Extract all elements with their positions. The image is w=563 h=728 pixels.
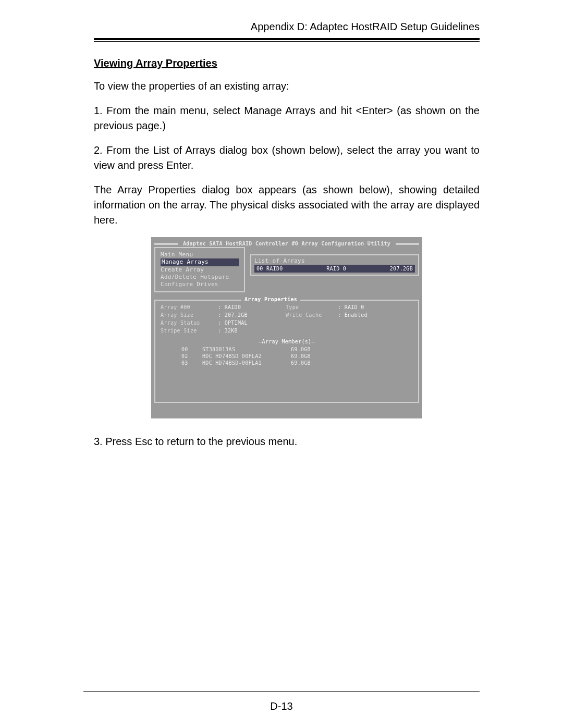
menu-item-manage-arrays[interactable]: Manage Arrays: [161, 258, 239, 266]
member-model: ST380013AS: [202, 346, 291, 353]
menu-item-hotspare[interactable]: Add/Delete Hotspare: [161, 274, 229, 280]
title-line-left: [154, 243, 178, 245]
bios-window: Adaptec SATA HostRAID Controller #0 Arra…: [151, 237, 422, 418]
page-number: D-13: [0, 700, 563, 712]
menu-item-create-array[interactable]: Create Array: [161, 266, 204, 273]
bios-screenshot: Adaptec SATA HostRAID Controller #0 Arra…: [151, 237, 422, 418]
prop-status-value: : OPTIMAL: [218, 319, 286, 326]
paragraph-desc: The Array Properties dialog box appears …: [94, 182, 480, 228]
prop-arraynum-label: Array #00: [161, 304, 218, 311]
prop-cache-value: : Enabled: [338, 312, 380, 318]
prop-blank1: [286, 319, 338, 326]
list-of-arrays-caption: List of Arrays: [254, 257, 305, 264]
properties-grid: Array #00 : RAID0 Type : RAID 0 Array Si…: [161, 304, 413, 334]
array-row-id: 00 RAID0: [256, 265, 283, 272]
array-list-row[interactable]: 00 RAID0 RAID 0 207.2GB: [254, 265, 415, 273]
section-heading: Viewing Array Properties: [94, 57, 480, 69]
prop-status-label: Array Status: [161, 319, 218, 326]
array-properties-panel: Array Properties Array #00 : RAID0 Type …: [154, 300, 419, 403]
member-model: HDC HD74BSD-00FLA1: [202, 360, 291, 366]
prop-size-label: Array Size: [161, 312, 218, 318]
running-header: Appendix D: Adaptec HostRAID Setup Guide…: [94, 21, 480, 38]
bios-title: Adaptec SATA HostRAID Controller #0 Arra…: [181, 240, 393, 247]
prop-size-value: : 207.2GB: [218, 312, 286, 318]
member-slot: 00: [181, 346, 202, 353]
paragraph-intro: To view the properties of an existing ar…: [94, 79, 480, 94]
member-row: 02 HDC HD74BSD 00FLA2 69.0GB: [181, 353, 413, 360]
member-size: 69.0GB: [291, 346, 327, 353]
header-rule: [94, 38, 480, 42]
member-model: HDC HD74BSD 00FLA2: [202, 353, 291, 360]
member-size: 69.0GB: [291, 353, 327, 360]
main-menu-panel: Main Menu Manage Arrays Create Array Add…: [154, 247, 245, 292]
prop-stripe-label: Stripe Size: [161, 327, 218, 334]
member-slot: 03: [181, 360, 202, 366]
footer-rule: [83, 691, 480, 692]
paragraph-step3: 3. Press Esc to return to the previous m…: [94, 434, 480, 449]
member-size: 69.0GB: [291, 360, 327, 366]
member-row: 00 ST380013AS 69.0GB: [181, 346, 413, 353]
array-row-size: 207.2GB: [390, 265, 413, 272]
array-members-list: 00 ST380013AS 69.0GB 02 HDC HD74BSD 00FL…: [181, 346, 413, 366]
prop-cache-label: Write Cache: [286, 312, 338, 318]
bios-title-bar: Adaptec SATA HostRAID Controller #0 Arra…: [154, 240, 419, 247]
prop-blank2: [338, 319, 380, 326]
array-members-heading: —Array Member(s)—: [161, 338, 413, 345]
prop-blank3: [286, 327, 338, 334]
array-properties-caption: Array Properties: [241, 296, 300, 303]
menu-item-configure-drives[interactable]: Configure Drives: [161, 281, 218, 288]
prop-type-label: Type: [286, 304, 338, 311]
paragraph-step2: 2. From the List of Arrays dialog box (s…: [94, 143, 480, 173]
prop-type-value: : RAID 0: [338, 304, 380, 311]
prop-arraynum-value: : RAID0: [218, 304, 286, 311]
member-row: 03 HDC HD74BSD-00FLA1 69.0GB: [181, 360, 413, 366]
member-slot: 02: [181, 353, 202, 360]
title-line-right: [396, 243, 419, 245]
array-row-type: RAID 0: [326, 265, 346, 272]
prop-blank4: [338, 327, 380, 334]
paragraph-step1: 1. From the main menu, select Manage Arr…: [94, 103, 480, 133]
main-menu-caption: Main Menu: [161, 251, 193, 258]
page: Appendix D: Adaptec HostRAID Setup Guide…: [0, 0, 563, 728]
prop-stripe-value: : 32KB: [218, 327, 286, 334]
list-of-arrays-panel: List of Arrays 00 RAID0 RAID 0 207.2GB: [250, 254, 419, 276]
bios-upper-row: Main Menu Manage Arrays Create Array Add…: [154, 247, 419, 292]
